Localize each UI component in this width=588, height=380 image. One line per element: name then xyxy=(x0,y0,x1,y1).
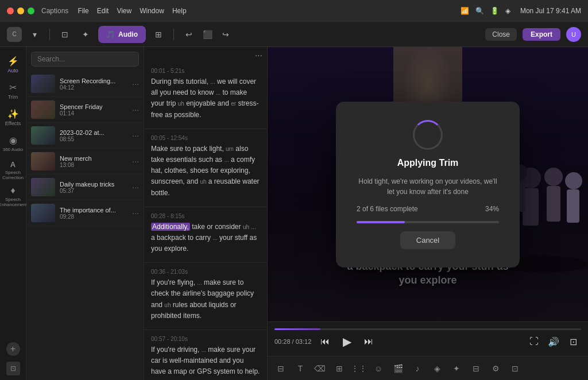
transcript-block-1: 00:01 - 5:21s During this tutorial, ... … xyxy=(144,64,267,126)
clip-info: Daily makeup tricks 05:37 xyxy=(60,181,127,194)
close-button[interactable]: Close xyxy=(485,28,517,41)
transcript-time: 00:57 - 20:10s xyxy=(151,336,260,342)
play-button[interactable]: ▶ xyxy=(339,334,355,350)
search-bar xyxy=(26,47,144,71)
system-status-bar: 📶 🔍 🔋 ◈ Mon Jul 17 9:41 AM xyxy=(461,7,581,15)
modal-overlay: Applying Trim Hold tight, we're working … xyxy=(268,47,588,321)
audio-label: Audio xyxy=(118,30,138,38)
tool-broll[interactable]: 🎬 xyxy=(389,360,407,377)
clip-thumbnail xyxy=(31,152,55,170)
wifi-icon: 📶 xyxy=(461,7,469,15)
caption-toggle-button[interactable]: ⊞ xyxy=(150,26,167,42)
clip-item[interactable]: Daily makeup tricks 05:37 ··· xyxy=(26,175,144,200)
avatar[interactable]: U xyxy=(566,27,581,42)
redo-button[interactable]: ↪ xyxy=(218,26,234,42)
main-toolbar: C ▾ ⊡ ✦ 🎵 Audio ⊞ ↩ ⬛ ↪ Close Export U xyxy=(0,22,588,47)
minimize-window-button[interactable] xyxy=(17,7,24,14)
time-current: 00:28 xyxy=(274,338,291,345)
tool-cut[interactable]: ⌫ xyxy=(311,360,328,377)
time-total: 03:12 xyxy=(296,338,312,345)
tool-filter[interactable]: ◈ xyxy=(428,360,446,377)
tool-settings[interactable]: ⚙ xyxy=(487,360,504,377)
search-input[interactable] xyxy=(31,52,139,67)
speech-correction-label: SpeechCorrection xyxy=(2,170,24,180)
sidebar-item-trim[interactable]: ✂ Trim xyxy=(2,78,24,103)
tool-music[interactable]: ♪ xyxy=(409,360,426,377)
modal-cancel-button[interactable]: Cancel xyxy=(400,231,455,249)
clip-more-button[interactable]: ··· xyxy=(132,183,139,192)
fullscreen-window-button[interactable] xyxy=(28,7,34,14)
tool-captions[interactable]: ⊟ xyxy=(272,360,289,377)
modal-spinner xyxy=(413,120,443,150)
logo-dropdown-button[interactable]: ▾ xyxy=(26,26,42,42)
volume-button[interactable]: 🔊 xyxy=(546,334,562,350)
clip-more-button[interactable]: ··· xyxy=(132,131,139,140)
close-window-button[interactable] xyxy=(7,7,14,14)
transcript-options-button[interactable]: ··· xyxy=(255,51,262,61)
auto-icon: ⚡ xyxy=(7,56,19,67)
tool-grid[interactable]: ⋮⋮ xyxy=(350,360,368,377)
auto-label: Auto xyxy=(7,68,18,73)
sidebar-item-speech-correction[interactable]: A SpeechCorrection xyxy=(2,157,24,183)
skip-back-button[interactable]: ⏮ xyxy=(317,334,333,350)
clip-item[interactable]: 2023-02-02 at... 08:55 ··· xyxy=(26,123,144,149)
tool-effects-2[interactable]: ✦ xyxy=(448,360,465,377)
transcript-time: 00:01 - 5:21s xyxy=(151,68,260,74)
tool-misc[interactable]: ⊡ xyxy=(506,360,524,377)
tool-text[interactable]: T xyxy=(292,360,309,377)
clip-item[interactable]: Screen Recording... 04:12 ··· xyxy=(26,71,144,97)
toolbar-separator-2 xyxy=(173,29,174,40)
pip-button[interactable]: ⊡ xyxy=(565,334,581,350)
speech-enhancement-label: SpeechEnhancement xyxy=(0,197,27,207)
transcript-divider xyxy=(144,129,267,129)
search-icon[interactable]: 🔍 xyxy=(475,7,483,15)
battery-icon: 🔋 xyxy=(490,7,498,15)
sidebar-item-speech-enhancement[interactable]: ♦ SpeechEnhancement xyxy=(2,184,24,209)
transcript-header: ··· xyxy=(144,47,267,64)
clip-more-button[interactable]: ··· xyxy=(132,157,139,166)
tool-layout[interactable]: ⊞ xyxy=(331,360,348,377)
undo-redo-group: ↩ ⬛ ↪ xyxy=(181,26,234,42)
menu-edit[interactable]: Edit xyxy=(97,7,109,15)
clip-duration: 08:55 xyxy=(60,136,127,142)
panel-toggle-button[interactable]: ⊡ xyxy=(57,26,73,42)
folder-button[interactable]: ⊡ xyxy=(6,362,20,375)
bottom-toolbar: ⊟ T ⌫ ⊞ ⋮⋮ ☺ 🎬 ♪ ◈ ✦ ⊟ ⚙ ⊡ xyxy=(268,356,588,380)
clip-more-button[interactable]: ··· xyxy=(132,79,139,88)
fullscreen-button[interactable]: ⛶ xyxy=(526,334,542,350)
clip-duration: 04:12 xyxy=(60,84,127,91)
menu-view[interactable]: View xyxy=(117,7,131,15)
skip-forward-button[interactable]: ⏭ xyxy=(361,334,377,350)
transcript-text: Additionally, take or consider uh ... a … xyxy=(151,222,260,255)
toolbar-separator xyxy=(49,29,50,40)
traffic-lights xyxy=(7,7,34,14)
sidebar-item-360audio[interactable]: ◉ 360 Audio xyxy=(2,131,24,156)
tool-emoji[interactable]: ☺ xyxy=(370,360,387,377)
audio-button[interactable]: 🎵 Audio xyxy=(98,26,146,43)
menu-file[interactable]: File xyxy=(78,7,88,15)
clip-info: Screen Recording... 04:12 xyxy=(60,77,127,91)
clip-more-button[interactable]: ··· xyxy=(132,105,139,114)
clip-more-button[interactable]: ··· xyxy=(132,208,139,218)
clip-duration: 05:37 xyxy=(60,188,127,194)
transcript-highlight: Additionally, xyxy=(151,223,190,231)
sidebar-item-auto[interactable]: ⚡ Auto xyxy=(2,52,24,77)
menu-window[interactable]: Window xyxy=(140,7,164,15)
clip-title: New merch xyxy=(60,155,127,162)
video-controls: 00:28 / 03:12 ⏮ ▶ ⏭ ⛶ 🔊 ⊡ xyxy=(268,321,588,356)
tool-subtitles[interactable]: ⊟ xyxy=(467,360,485,377)
clip-item[interactable]: The importance of... 09:28 ··· xyxy=(26,200,144,226)
magic-tool-button[interactable]: ✦ xyxy=(78,26,94,42)
clip-item[interactable]: New merch 13:08 ··· xyxy=(26,149,144,175)
add-button[interactable]: + xyxy=(6,342,20,356)
export-button[interactable]: Export xyxy=(523,28,560,41)
clip-item[interactable]: Spencer Friday 01:14 ··· xyxy=(26,97,144,123)
menu-help[interactable]: Help xyxy=(172,7,187,15)
video-panel: 360x809 ··· xyxy=(268,47,588,380)
undo-button[interactable]: ↩ xyxy=(181,26,197,42)
progress-bar[interactable] xyxy=(274,328,581,330)
history-button[interactable]: ⬛ xyxy=(199,26,215,42)
bluetooth-icon: ◈ xyxy=(505,7,513,15)
progress-fill xyxy=(274,328,320,330)
sidebar-item-effects[interactable]: ✨ Effects xyxy=(2,104,24,130)
